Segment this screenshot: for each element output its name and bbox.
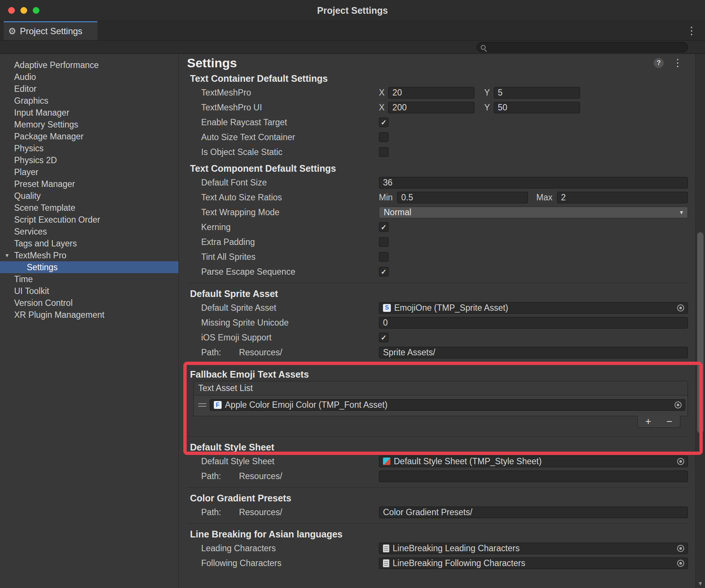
row-label: Is Object Scale Static [187,147,376,157]
textmeshpro-y-field[interactable]: 5 [494,87,580,98]
search-input[interactable] [489,43,684,52]
enable-raycast-target-checkbox[interactable]: ✓ [379,117,389,127]
search-box[interactable] [477,42,688,52]
textmeshpro-x-field[interactable]: 20 [388,87,474,98]
sidebar-item-quality[interactable]: Quality [0,190,178,202]
object-picker-icon[interactable] [677,560,684,567]
settings-row: Text Wrapping ModeNormal▾ [187,205,688,220]
parse-escape-sequence-checkbox[interactable]: ✓ [379,267,389,277]
sidebar-item-input-manager[interactable]: Input Manager [0,107,178,119]
ios-emoji-support-checkbox[interactable]: ✓ [379,333,389,342]
sidebar-item-label: Script Execution Order [14,215,100,225]
tabbar-menu-icon[interactable]: ⋮ [683,21,700,40]
following-characters-object-field[interactable]: LineBreaking Following Characters [379,558,688,569]
options-menu-icon[interactable]: ⋮ [673,57,683,69]
sidebar-item-version-control[interactable]: Version Control [0,297,178,309]
row-value: Sprite Assets/ [376,347,688,358]
sidebar-item-graphics[interactable]: Graphics [0,95,178,107]
object-picker-icon[interactable] [677,545,684,552]
sidebar-item-textmesh-pro[interactable]: ▼TextMesh Pro [0,249,178,261]
missing-sprite-unicode-field[interactable]: 0 [379,317,688,329]
tab-project-settings[interactable]: ⚙ Project Settings [4,21,97,40]
traffic-lights [8,0,39,21]
default-style-sheet-object-field[interactable]: Default Style Sheet (TMP_Style Sheet) [379,456,688,467]
sidebar-item-tags-and-layers[interactable]: Tags and Layers [0,238,178,249]
default-sprite-asset-object-field[interactable]: SEmojiOne (TMP_Sprite Asset) [379,302,688,314]
kerning-checkbox[interactable]: ✓ [379,222,389,232]
text-auto-size-ratios-min-field[interactable]: 0.5 [397,192,528,203]
sidebar-item-label: Editor [14,84,36,94]
remove-item-button[interactable]: − [663,417,676,427]
sidebar-item-script-execution-order[interactable]: Script Execution Order [0,214,178,226]
drag-handle-icon[interactable] [198,403,206,407]
sidebar-item-ui-toolkit[interactable]: UI Toolkit [0,285,178,297]
is-object-scale-static-checkbox[interactable] [379,147,389,157]
object-field-text: EmojiOne (TMP_Sprite Asset) [394,303,674,313]
apple-color-emoji-color-tmp-font-asset-object-field[interactable]: FApple Color Emoji Color (TMP_Font Asset… [210,399,685,411]
default-font-size-field[interactable]: 36 [379,177,688,188]
object-picker-icon[interactable] [677,458,684,465]
row-label: Following Characters [187,558,376,568]
text-auto-size-ratios-max-field[interactable]: 2 [557,192,688,203]
x-axis-label: X [379,88,384,98]
sidebar-item-scene-template[interactable]: Scene Template [0,202,178,214]
textmeshpro-ui-y-field[interactable]: 50 [494,102,580,113]
sidebar-item-label: Input Manager [14,108,69,118]
leading-characters-object-field[interactable]: LineBreaking Leading Characters [379,543,688,554]
max-label: Max [536,193,552,203]
object-picker-icon[interactable] [677,304,684,311]
scroll-down-arrow-icon[interactable]: ▼ [696,580,705,587]
sidebar-item-physics[interactable]: Physics [0,142,178,154]
foldout-arrow-icon[interactable]: ▼ [4,252,10,258]
vertical-scrollbar[interactable]: ▼ [695,54,705,588]
path-resources-field[interactable] [379,471,688,482]
section-default-style-sheet: Default Style SheetDefault Style SheetDe… [187,440,688,484]
sidebar-item-label: Physics 2D [14,155,57,165]
path-label: Path: [201,471,221,481]
sidebar-item-package-manager[interactable]: Package Manager [0,130,178,142]
settings-row: Text Auto Size RatiosMin0.5Max2 [187,190,688,205]
sidebar-item-time[interactable]: Time [0,273,178,285]
row-label: Path:Resources/ [187,507,376,517]
sidebar-item-audio[interactable]: Audio [0,71,178,83]
row-label-text: Text Wrapping Mode [201,207,280,217]
help-icon[interactable]: ? [654,58,664,68]
row-label: Tint All Sprites [187,252,376,262]
object-picker-icon[interactable] [675,401,682,408]
sidebar-item-settings[interactable]: Settings [0,261,178,273]
text-wrapping-mode-dropdown[interactable]: Normal▾ [379,207,688,218]
path-resources-field[interactable]: Color Gradient Presets/ [379,507,688,518]
extra-padding-checkbox[interactable] [379,237,389,247]
row-label: Path:Resources/ [187,471,376,481]
add-item-button[interactable]: + [642,417,655,427]
sidebar-item-label: Package Manager [14,132,84,142]
tint-all-sprites-checkbox[interactable] [379,252,389,262]
path-prefix-label: Resources/ [239,348,282,358]
list-item[interactable]: FApple Color Emoji Color (TMP_Font Asset… [194,395,688,416]
scrollbar-thumb[interactable] [697,232,704,433]
path-resources-field[interactable]: Sprite Assets/ [379,347,688,358]
sidebar-item-physics-2d[interactable]: Physics 2D [0,154,178,166]
section-title: Color Gradient Presets [187,491,688,505]
sidebar-item-memory-settings[interactable]: Memory Settings [0,119,178,130]
sidebar-item-preset-manager[interactable]: Preset Manager [0,178,178,190]
row-value: 0 [376,317,688,329]
section-text-container-default-settings: Text Container Default SettingsTextMeshP… [187,72,688,159]
row-value: ✓ [376,222,688,232]
row-value: ✓ [376,117,688,127]
sidebar-item-player[interactable]: Player [0,166,178,178]
textmeshpro-ui-x-field[interactable]: 200 [388,102,474,113]
sidebar-item-adaptive-performance[interactable]: Adaptive Performance [0,59,178,71]
object-field-text: LineBreaking Leading Characters [393,543,674,553]
row-label-text: Default Sprite Asset [201,303,276,313]
close-button[interactable] [8,7,15,14]
row-value: Default Style Sheet (TMP_Style Sheet) [376,456,688,467]
auto-size-text-container-checkbox[interactable] [379,132,389,142]
sidebar-item-services[interactable]: Services [0,226,178,238]
sidebar-item-label: Graphics [14,96,48,106]
sidebar-item-editor[interactable]: Editor [0,83,178,95]
sidebar-item-xr-plugin-management[interactable]: XR Plugin Management [0,309,178,321]
minimize-button[interactable] [20,7,27,14]
row-label-text: Default Style Sheet [201,456,274,466]
zoom-button[interactable] [33,7,39,14]
